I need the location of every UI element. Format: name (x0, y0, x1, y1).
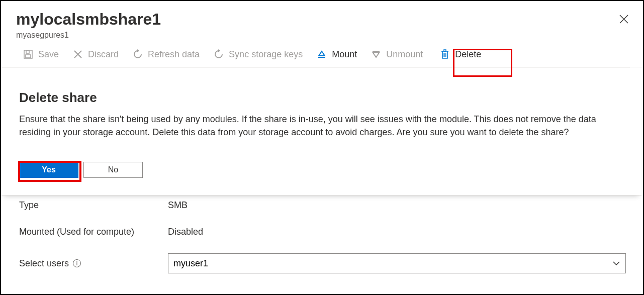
unmount-icon (371, 49, 381, 59)
row-mounted: Mounted (Used for compute) Disabled (19, 227, 628, 237)
page-title: mylocalsmbshare1 (16, 10, 628, 29)
users-select-value: myuser1 (173, 258, 208, 269)
save-label: Save (38, 49, 59, 60)
label-type: Type (19, 200, 168, 211)
info-icon[interactable]: i (73, 259, 81, 267)
discard-icon (73, 49, 83, 59)
delete-label: Delete (455, 49, 481, 60)
yes-button[interactable]: Yes (19, 162, 78, 178)
sync-button[interactable]: Sync storage keys (214, 49, 303, 60)
dialog-title: Delete share (19, 90, 626, 106)
refresh-button[interactable]: Refresh data (133, 49, 200, 60)
header: mylocalsmbshare1 myasegpures1 (1, 1, 643, 40)
sync-label: Sync storage keys (229, 49, 303, 60)
delete-button[interactable]: Delete (440, 49, 481, 60)
chevron-down-icon (612, 259, 620, 267)
unmount-button[interactable]: Unmount (371, 49, 423, 60)
value-mounted: Disabled (168, 227, 203, 237)
refresh-label: Refresh data (148, 49, 200, 60)
close-button[interactable] (619, 14, 629, 24)
users-select[interactable]: myuser1 (168, 253, 626, 273)
close-icon (619, 14, 629, 24)
save-icon (23, 49, 33, 59)
save-button[interactable]: Save (23, 49, 59, 60)
detail-area: Type SMB Mounted (Used for compute) Disa… (1, 200, 643, 289)
delete-icon (440, 49, 450, 60)
no-button[interactable]: No (83, 162, 143, 178)
unmount-label: Unmount (386, 49, 423, 60)
toolbar: Save Discard Refresh data Sync storage k… (1, 40, 643, 67)
label-mounted: Mounted (Used for compute) (19, 227, 168, 237)
sync-icon (214, 49, 224, 59)
delete-share-dialog: Delete share Ensure that the share isn't… (1, 79, 641, 195)
mount-icon (317, 49, 327, 59)
dialog-body: Ensure that the share isn't being used b… (19, 113, 617, 139)
row-users: Select users i myuser1 (19, 253, 628, 273)
row-type: Type SMB (19, 200, 628, 211)
page-subtitle: myasegpures1 (16, 31, 628, 40)
svg-rect-2 (26, 55, 31, 58)
label-users: Select users i (19, 258, 168, 269)
mount-button[interactable]: Mount (317, 49, 357, 60)
mount-label: Mount (332, 49, 357, 60)
svg-rect-1 (26, 50, 29, 53)
value-type: SMB (168, 200, 188, 211)
refresh-icon (133, 49, 143, 59)
discard-button[interactable]: Discard (73, 49, 119, 60)
label-users-text: Select users (19, 258, 69, 269)
discard-label: Discard (88, 49, 119, 60)
